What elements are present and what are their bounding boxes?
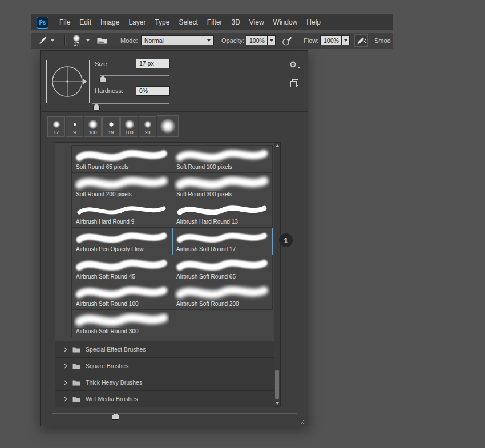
annotation-badge: 1 — [279, 233, 293, 247]
scroll-down-arrow-icon[interactable] — [276, 402, 279, 405]
photoshop-app-icon[interactable]: Ps — [37, 17, 48, 29]
folder-row-thick-heavy-brushes[interactable]: Thick Heavy Brushes — [55, 374, 274, 391]
expand-chevron-icon[interactable] — [64, 364, 67, 369]
brush-dot-icon — [52, 121, 60, 128]
thumbnail-size-slider[interactable] — [52, 413, 297, 414]
brush-item-airbrush-soft-round-65[interactable]: Airbrush Soft Round 65 — [172, 255, 273, 282]
chevron-down-icon — [51, 39, 54, 42]
brush-label: Airbrush Soft Round 300 — [76, 328, 139, 334]
brush-dot-icon — [124, 120, 134, 130]
recent-brush-size-label: 17 — [48, 130, 64, 135]
size-label: Size: — [95, 60, 108, 67]
recent-brush-size-label: 100 — [121, 130, 138, 135]
menu-item-3d[interactable]: 3D — [227, 14, 244, 30]
size-slider[interactable] — [100, 75, 169, 76]
settings-gear-icon[interactable]: ⚙ — [289, 60, 300, 68]
folder-row-square-brushes[interactable]: Square Brushes — [55, 358, 274, 374]
brush-stroke-preview-icon — [74, 311, 169, 328]
recent-brush-19-3[interactable]: 19 — [102, 116, 120, 137]
menu-item-layer[interactable]: Layer — [124, 14, 150, 30]
new-brush-icon[interactable] — [290, 79, 298, 87]
size-slider-thumb[interactable] — [99, 76, 106, 82]
hardness-input[interactable]: 0% — [136, 86, 170, 96]
menu-item-help[interactable]: Help — [302, 14, 325, 30]
brush-item-airbrush-pen-opacity-flow[interactable]: Airbrush Pen Opacity Flow — [72, 228, 172, 255]
brush-item-airbrush-soft-round-200[interactable]: Airbrush Soft Round 200 — [172, 282, 273, 310]
folder-label: Thick Heavy Brushes — [86, 379, 142, 386]
brush-preset-picker-panel: Size: 17 px Hardness: 0% ⚙ 1791001910020… — [40, 50, 308, 426]
brush-label: Airbrush Soft Round 200 — [176, 301, 239, 307]
current-brush-thumbnail[interactable] — [157, 115, 179, 137]
menu-item-edit[interactable]: Edit — [75, 14, 96, 30]
mode-dropdown[interactable]: Normal — [141, 35, 214, 45]
menu-item-type[interactable]: Type — [150, 14, 174, 30]
brush-stroke-preview-icon — [74, 284, 169, 301]
brush-size-value: 17 — [69, 41, 84, 47]
folder-row-wet-media-brushes[interactable]: Wet Media Brushes — [55, 391, 274, 407]
hardness-slider[interactable] — [92, 103, 169, 104]
brush-item-soft-round-65-pixels[interactable]: Soft Round 65 pixels — [72, 146, 172, 173]
flow-dropdown-chevron[interactable] — [342, 35, 350, 45]
recent-brush-100-4[interactable]: 100 — [120, 116, 138, 137]
mode-label: Mode: — [120, 33, 138, 49]
pressure-opacity-icon[interactable] — [281, 35, 293, 46]
brush-stroke-preview-icon — [174, 147, 270, 164]
brush-dot-icon — [144, 121, 151, 128]
recent-brush-100-2[interactable]: 100 — [84, 116, 102, 137]
opacity-dropdown-chevron[interactable] — [268, 35, 276, 45]
folder-row-special-effect-brushes[interactable]: Special Effect Brushes — [55, 341, 274, 358]
brush-item-soft-round-100-pixels[interactable]: Soft Round 100 pixels — [172, 146, 273, 173]
size-input[interactable]: 17 px — [136, 59, 170, 68]
folder-label: Wet Media Brushes — [86, 395, 138, 402]
brush-tool-button[interactable] — [37, 34, 61, 47]
brush-tip-diagram-icon — [47, 60, 89, 103]
brush-dot-icon — [88, 120, 98, 130]
opacity-value: 100% — [249, 37, 265, 44]
menu-bar: Ps FileEditImageLayerTypeSelectFilter3DV… — [31, 14, 393, 30]
brush-label: Airbrush Hard Round 9 — [76, 219, 134, 225]
scrollbar-thumb[interactable] — [275, 370, 279, 399]
brush-settings-panel-icon[interactable] — [96, 36, 108, 45]
brush-preset-picker-button[interactable]: 17 — [69, 34, 84, 47]
expand-chevron-icon[interactable] — [64, 397, 67, 402]
recent-brush-20-5[interactable]: 20 — [139, 116, 156, 137]
expand-chevron-icon[interactable] — [64, 347, 67, 352]
brush-item-airbrush-hard-round-13[interactable]: Airbrush Hard Round 13 — [172, 200, 273, 228]
menu-item-select[interactable]: Select — [174, 14, 202, 30]
chevron-down-icon — [207, 39, 211, 42]
brush-item-airbrush-hard-round-9[interactable]: Airbrush Hard Round 9 — [72, 200, 172, 228]
menu-item-window[interactable]: Window — [269, 14, 302, 30]
recent-brush-9-1[interactable]: 9 — [66, 116, 83, 137]
resize-grip[interactable] — [298, 417, 305, 423]
brush-dot-icon — [72, 122, 77, 127]
brush-item-soft-round-200-pixels[interactable]: Soft Round 200 pixels — [72, 173, 172, 200]
brush-item-airbrush-soft-round-17[interactable]: Airbrush Soft Round 17 — [172, 228, 273, 255]
brush-item-airbrush-soft-round-45[interactable]: Airbrush Soft Round 45 — [72, 255, 172, 282]
menu-item-view[interactable]: View — [245, 14, 269, 30]
brush-item-soft-round-300-pixels[interactable]: Soft Round 300 pixels — [172, 173, 273, 200]
recent-brush-size-label: 100 — [84, 130, 101, 135]
scrollbar[interactable] — [274, 143, 280, 406]
brush-item-airbrush-soft-round-300[interactable]: Airbrush Soft Round 300 — [72, 310, 172, 337]
flow-input[interactable]: 100% — [320, 35, 342, 45]
brush-label: Airbrush Pen Opacity Flow — [76, 246, 143, 252]
menu-item-file[interactable]: File — [55, 14, 75, 30]
preset-chevron-down-icon[interactable] — [86, 39, 90, 42]
brush-stroke-preview-icon — [174, 256, 270, 273]
expand-chevron-icon[interactable] — [64, 380, 67, 385]
menu-item-filter[interactable]: Filter — [203, 14, 227, 30]
brush-label: Soft Round 65 pixels — [76, 164, 128, 170]
brush-stroke-preview-icon — [174, 201, 270, 219]
airbrush-toggle-button[interactable] — [354, 34, 368, 47]
brush-item-airbrush-soft-round-100[interactable]: Airbrush Soft Round 100 — [72, 282, 172, 310]
thumbnail-size-slider-thumb[interactable] — [112, 413, 119, 420]
airbrush-icon — [356, 35, 366, 46]
brush-list: Soft Round 65 pixelsSoft Round 100 pixel… — [55, 142, 281, 407]
recent-brush-17-0[interactable]: 17 — [47, 116, 65, 137]
brush-stroke-preview-icon — [174, 174, 270, 191]
menu-item-image[interactable]: Image — [96, 14, 124, 30]
scroll-up-arrow-icon[interactable] — [276, 144, 279, 147]
folder-label: Special Effect Brushes — [86, 346, 146, 353]
opacity-input[interactable]: 100% — [246, 35, 268, 45]
hardness-slider-thumb[interactable] — [93, 104, 100, 110]
